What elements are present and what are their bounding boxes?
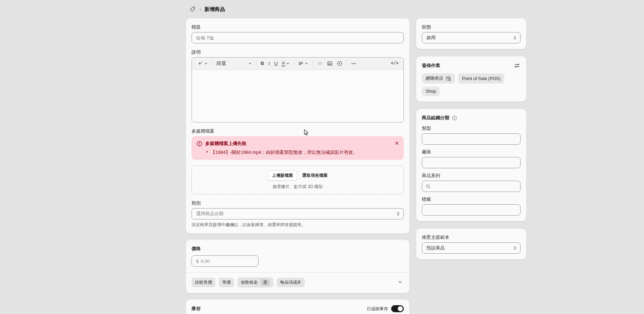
currency-prefix: $ bbox=[196, 259, 199, 264]
channel-label: 網路商店 bbox=[426, 76, 443, 81]
category-help-text: 決定稅率並新增中繼欄位，以改善搜尋、篩選和跨管道銷售。 bbox=[192, 222, 404, 228]
paragraph-style-dropdown[interactable]: 段落 bbox=[215, 59, 253, 68]
select-chevrons-icon bbox=[513, 36, 517, 40]
align-left-icon bbox=[298, 61, 304, 66]
underline-button[interactable]: U bbox=[273, 60, 279, 67]
page-title: 新增商品 bbox=[205, 6, 225, 13]
sales-channels: 網路商店 Point of Sale (POS) Shop bbox=[422, 73, 521, 96]
chevron-down-icon bbox=[248, 62, 252, 65]
title-input[interactable] bbox=[192, 32, 404, 43]
schedule-calendar-clock-icon[interactable] bbox=[446, 76, 451, 81]
chevron-down-icon bbox=[305, 62, 308, 65]
track-inventory-toggle[interactable] bbox=[391, 305, 404, 312]
dropzone-hint: 接受圖片、影片或 3D 模型 bbox=[195, 184, 400, 190]
more-group: ⋯ bbox=[347, 60, 361, 67]
insert-image-button[interactable] bbox=[326, 60, 334, 67]
expand-pricing-chevron[interactable] bbox=[396, 278, 404, 287]
type-input[interactable] bbox=[422, 133, 521, 145]
image-icon bbox=[327, 61, 333, 66]
inventory-header: 庫存 已追蹤庫存 bbox=[192, 305, 404, 312]
alert-circle-icon bbox=[196, 141, 202, 147]
media-label: 多媒體檔案 bbox=[192, 128, 404, 134]
divider bbox=[186, 272, 409, 273]
select-existing-button[interactable]: 選取現有檔案 bbox=[302, 173, 328, 179]
error-detail-line: • 【1984】-關於1984.mp4：由於檔案類型無效，所以無法確認影片有效。 bbox=[206, 149, 391, 156]
inventory-toggle-wrap: 已追蹤庫存 bbox=[367, 305, 404, 312]
compare-at-price-pill: 比較售價 bbox=[192, 278, 215, 287]
more-options-button[interactable]: ⋯ bbox=[350, 60, 358, 67]
tags-group: 標籤 bbox=[422, 196, 521, 216]
channel-pos: Point of Sale (POS) bbox=[458, 73, 504, 84]
close-icon[interactable]: ✕ bbox=[394, 140, 400, 147]
publishing-header: 發佈作業 bbox=[422, 62, 521, 69]
show-html-button[interactable]: </> bbox=[389, 60, 400, 67]
inventory-card: 庫存 已追蹤庫存 bbox=[186, 300, 409, 314]
organization-header: 商品組織分類 bbox=[422, 115, 521, 121]
status-card: 狀態 啟用 bbox=[416, 18, 526, 49]
type-label: 類型 bbox=[422, 125, 521, 132]
theme-template-card: 佈景主題範本 預設商品 bbox=[416, 229, 526, 259]
link-icon bbox=[317, 61, 323, 66]
search-icon bbox=[426, 184, 431, 189]
italic-button[interactable]: I bbox=[267, 60, 272, 67]
sidebar: 狀態 啟用 發佈作業 bbox=[416, 18, 526, 259]
tags-input[interactable] bbox=[422, 204, 521, 216]
products-tag-icon[interactable] bbox=[189, 5, 196, 13]
channel-online-store: 網路商店 bbox=[422, 73, 455, 84]
insert-group bbox=[313, 60, 347, 67]
collections-input[interactable] bbox=[433, 184, 517, 189]
bullet: • bbox=[206, 149, 208, 156]
magic-sparkle-button[interactable] bbox=[196, 60, 209, 67]
rich-text-editor: 段落 B I U A bbox=[192, 57, 404, 122]
media-upload-error-banner: 多媒體檔案上傳失敗 • 【1984】-關於1984.mp4：由於檔案類型無效，所… bbox=[192, 136, 404, 160]
dropzone-actions: 上傳新檔案 選取現有檔案 bbox=[195, 170, 400, 181]
insert-video-button[interactable] bbox=[335, 60, 344, 67]
upload-new-file-button[interactable]: 上傳新檔案 bbox=[268, 170, 297, 181]
charge-tax-pill: 收取稅金 是 bbox=[237, 277, 273, 288]
vendor-input[interactable] bbox=[422, 157, 521, 168]
media-dropzone[interactable]: 上傳新檔案 選取現有檔案 接受圖片、影片或 3D 模型 bbox=[192, 165, 404, 194]
text-color-letter: A bbox=[282, 61, 285, 66]
theme-template-label: 佈景主題範本 bbox=[422, 234, 521, 241]
breadcrumb-separator: › bbox=[200, 6, 201, 12]
magic-group bbox=[195, 60, 212, 67]
pricing-options-row: 比較售價 單價 收取稅金 是 每品項成本 bbox=[192, 277, 404, 288]
category-placeholder: 選擇商品分類 bbox=[196, 211, 224, 217]
bold-button[interactable]: B bbox=[259, 60, 266, 67]
text-align-button[interactable] bbox=[297, 60, 310, 67]
error-title: 多媒體檔案上傳失敗 bbox=[205, 140, 247, 147]
media-group: 多媒體檔案 多媒體檔案上傳失敗 • 【1984】-關於1984.mp4：由於檔案… bbox=[192, 128, 404, 194]
status-select[interactable]: 啟用 bbox=[422, 32, 521, 43]
link-button[interactable] bbox=[316, 60, 324, 67]
publishing-card: 發佈作業 網路商店 bbox=[416, 56, 526, 102]
status-label: 狀態 bbox=[422, 24, 521, 30]
category-select[interactable]: 選擇商品分類 bbox=[192, 208, 404, 219]
description-textarea[interactable] bbox=[192, 70, 403, 122]
type-group: 類型 bbox=[422, 125, 521, 145]
title-group: 標題 bbox=[192, 24, 404, 43]
cost-per-item-pill: 每品項成本 bbox=[277, 278, 305, 287]
description-label: 說明 bbox=[192, 49, 404, 55]
select-chevrons-icon bbox=[396, 212, 400, 216]
organization-title: 商品組織分類 bbox=[422, 115, 449, 121]
tags-label: 標籤 bbox=[422, 196, 521, 203]
product-organization-card: 商品組織分類 類型 廠商 商品系列 bbox=[416, 109, 526, 221]
info-icon[interactable] bbox=[452, 115, 457, 121]
paragraph-group: 段落 bbox=[212, 59, 256, 68]
theme-template-select[interactable]: 預設商品 bbox=[422, 242, 521, 254]
collections-field bbox=[422, 181, 521, 192]
chevron-down-icon bbox=[286, 62, 290, 65]
category-group: 類別 選擇商品分類 決定稅率並新增中繼欄位，以改善搜尋、篩選和跨管道銷售。 bbox=[192, 200, 404, 228]
vendor-group: 廠商 bbox=[422, 149, 521, 168]
text-color-button[interactable]: A bbox=[280, 60, 291, 67]
chevron-down-icon bbox=[204, 62, 208, 65]
inventory-title: 庫存 bbox=[192, 306, 201, 312]
charge-tax-value: 是 bbox=[261, 279, 270, 286]
status-value: 啟用 bbox=[426, 35, 436, 41]
price-input[interactable] bbox=[201, 259, 254, 264]
unit-price-pill: 單價 bbox=[219, 278, 234, 287]
select-chevrons-icon bbox=[513, 246, 517, 250]
editor-toolbar: 段落 B I U A bbox=[192, 58, 403, 70]
video-icon bbox=[337, 61, 342, 66]
manage-channels-sliders-icon[interactable] bbox=[514, 62, 521, 69]
